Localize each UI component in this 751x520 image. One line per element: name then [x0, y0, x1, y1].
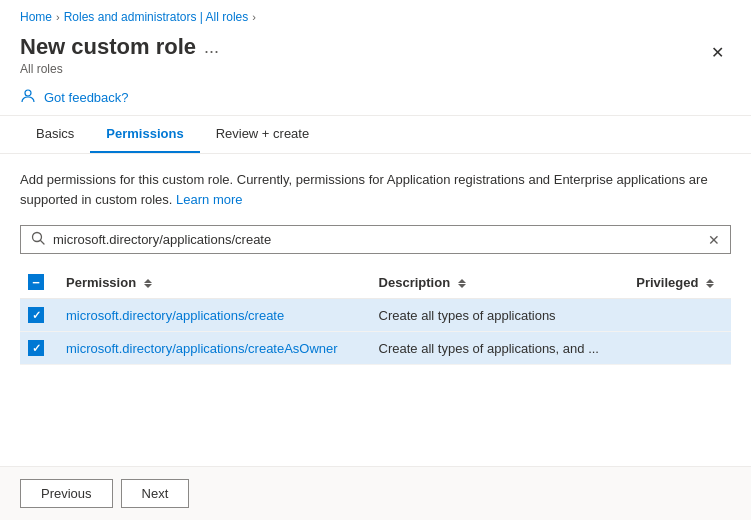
- header-left: New custom role ... All roles: [20, 34, 219, 76]
- header-checkbox-cell: [20, 266, 56, 299]
- info-text: Add permissions for this custom role. Cu…: [20, 170, 731, 209]
- description-sort-icon[interactable]: [458, 279, 466, 288]
- breadcrumb: Home › Roles and administrators | All ro…: [0, 0, 751, 30]
- search-input[interactable]: [53, 232, 700, 247]
- footer: Previous Next: [0, 466, 751, 520]
- header-description[interactable]: Description: [369, 266, 627, 299]
- row-checkbox-cell: [20, 299, 56, 332]
- tab-basics[interactable]: Basics: [20, 116, 90, 153]
- permission-link-0[interactable]: microsoft.directory/applications/create: [66, 308, 284, 323]
- feedback-bar[interactable]: Got feedback?: [0, 80, 751, 116]
- breadcrumb-home[interactable]: Home: [20, 10, 52, 24]
- privileged-sort-icon[interactable]: [706, 279, 714, 288]
- breadcrumb-roles[interactable]: Roles and administrators | All roles: [64, 10, 249, 24]
- info-description: Add permissions for this custom role. Cu…: [20, 172, 708, 207]
- table-row: microsoft.directory/applications/createA…: [20, 332, 731, 365]
- permission-link-1[interactable]: microsoft.directory/applications/createA…: [66, 341, 338, 356]
- next-button[interactable]: Next: [121, 479, 190, 508]
- row-permission-1: microsoft.directory/applications/createA…: [56, 332, 369, 365]
- tabs: Basics Permissions Review + create: [0, 116, 751, 154]
- select-all-checkbox[interactable]: [28, 274, 44, 290]
- search-box: ✕: [20, 225, 731, 254]
- header-permission[interactable]: Permission: [56, 266, 369, 299]
- tab-permissions[interactable]: Permissions: [90, 116, 199, 153]
- permission-sort-icon[interactable]: [144, 279, 152, 288]
- permissions-table: Permission Description: [20, 266, 731, 365]
- feedback-label: Got feedback?: [44, 90, 129, 105]
- header-privileged[interactable]: Privileged: [626, 266, 731, 299]
- learn-more-link[interactable]: Learn more: [176, 192, 242, 207]
- row-checkbox-cell: [20, 332, 56, 365]
- previous-button[interactable]: Previous: [20, 479, 113, 508]
- row-permission-0: microsoft.directory/applications/create: [56, 299, 369, 332]
- ellipsis-menu[interactable]: ...: [204, 37, 219, 58]
- table-row: microsoft.directory/applications/create …: [20, 299, 731, 332]
- feedback-icon: [20, 88, 36, 107]
- close-button[interactable]: ✕: [703, 38, 731, 66]
- search-clear-icon[interactable]: ✕: [708, 232, 720, 248]
- row-description-0: Create all types of applications: [369, 299, 627, 332]
- header: New custom role ... All roles ✕: [0, 30, 751, 76]
- row-checkbox-0[interactable]: [28, 307, 44, 323]
- page-subtitle: All roles: [20, 62, 219, 76]
- table-header-row: Permission Description: [20, 266, 731, 299]
- panel: Home › Roles and administrators | All ro…: [0, 0, 751, 520]
- row-description-1: Create all types of applications, and ..…: [369, 332, 627, 365]
- row-privileged-0: [626, 299, 731, 332]
- svg-line-2: [41, 241, 45, 245]
- title-row: New custom role ...: [20, 34, 219, 60]
- breadcrumb-sep-1: ›: [56, 11, 60, 23]
- row-checkbox-1[interactable]: [28, 340, 44, 356]
- row-privileged-1: [626, 332, 731, 365]
- svg-point-0: [25, 90, 31, 96]
- page-title: New custom role: [20, 34, 196, 60]
- breadcrumb-sep-2: ›: [252, 11, 256, 23]
- content: Add permissions for this custom role. Cu…: [0, 154, 751, 466]
- tab-review[interactable]: Review + create: [200, 116, 326, 153]
- search-icon: [31, 231, 45, 248]
